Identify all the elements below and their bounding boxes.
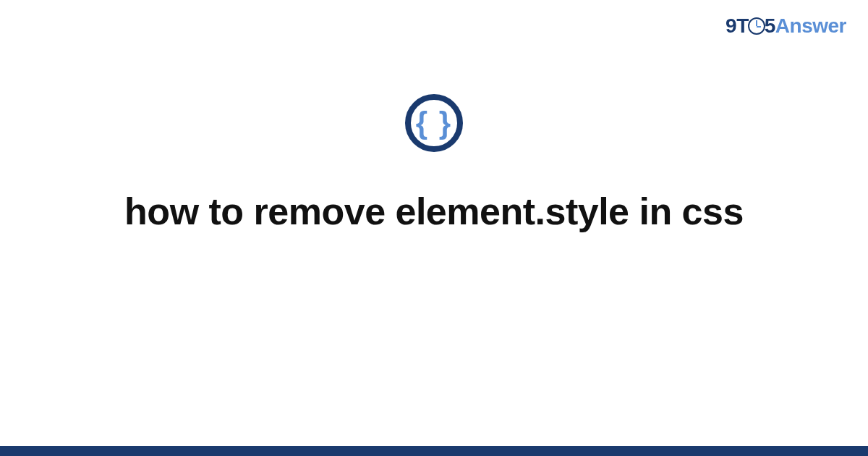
clock-icon [749, 14, 765, 38]
logo-text-9t: 9T [726, 14, 749, 37]
logo-text-answer: Answer [775, 14, 846, 37]
css-braces-icon: { } [416, 108, 452, 138]
footer-accent-bar [0, 446, 868, 456]
topic-icon-circle: { } [405, 94, 463, 152]
logo-text-5: 5 [765, 14, 775, 37]
main-content: { } how to remove element.style in css [0, 94, 868, 235]
question-title: how to remove element.style in css [0, 188, 868, 235]
site-logo: 9T5Answer [726, 14, 846, 38]
